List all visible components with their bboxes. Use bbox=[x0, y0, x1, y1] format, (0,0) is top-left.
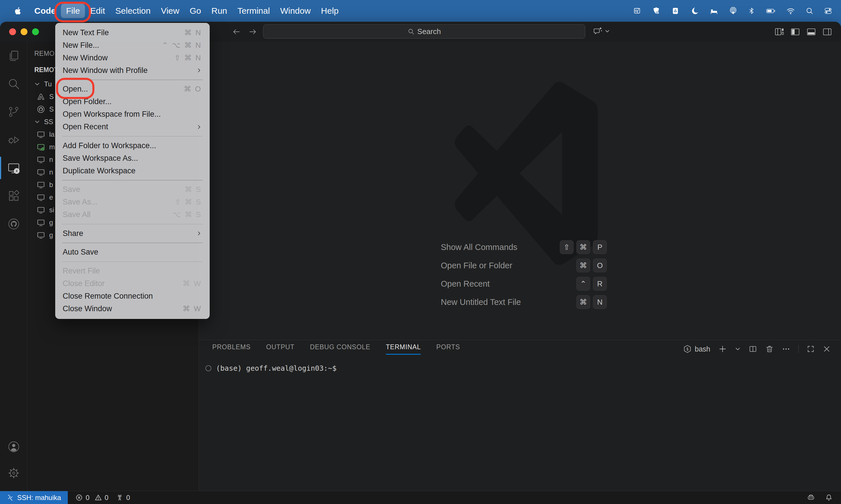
menubar-item-go[interactable]: Go bbox=[184, 4, 206, 18]
menu-item-add-folder-to-workspace[interactable]: Add Folder to Workspace... bbox=[55, 139, 210, 152]
sleep-icon[interactable] bbox=[710, 6, 719, 15]
panel-tabs: PROBLEMS OUTPUT DEBUG CONSOLE TERMINAL P… bbox=[212, 340, 460, 358]
customize-layout-icon[interactable] bbox=[774, 26, 784, 37]
tab-ports[interactable]: PORTS bbox=[436, 343, 460, 355]
menu-item-open-recent[interactable]: Open Recent bbox=[55, 121, 210, 133]
menu-item-new-window-with-profile[interactable]: New Window with Profile bbox=[55, 64, 210, 77]
menu-item-open-workspace-from-file[interactable]: Open Workspace from File... bbox=[55, 108, 210, 121]
menu-item-close-editor: Close Editor⌘ W bbox=[55, 277, 210, 290]
control-center-icon[interactable] bbox=[824, 6, 833, 15]
accounts-button[interactable] bbox=[0, 434, 27, 460]
menu-item-new-text-file[interactable]: New Text File⌘ N bbox=[55, 26, 210, 39]
submenu-arrow-icon bbox=[197, 68, 202, 73]
keycap: O bbox=[593, 258, 607, 272]
copilot-icon[interactable] bbox=[806, 493, 816, 502]
submenu-arrow-icon bbox=[197, 231, 202, 236]
menu-item-save: Save⌘ S bbox=[55, 183, 210, 196]
tree-label: b bbox=[49, 181, 53, 189]
navigate-back-button[interactable] bbox=[232, 27, 241, 36]
shield-check-icon[interactable] bbox=[651, 6, 661, 15]
airdrop-icon[interactable] bbox=[729, 6, 737, 15]
battery-icon[interactable] bbox=[766, 6, 776, 16]
menu-item-close-remote-connection[interactable]: Close Remote Connection bbox=[55, 290, 210, 302]
terminal-shell-selector[interactable]: bash bbox=[683, 344, 710, 354]
ports-status[interactable]: 0 bbox=[116, 494, 130, 502]
maximize-panel-icon[interactable] bbox=[807, 345, 815, 353]
menu-item-new-file[interactable]: New File...⌃ ⌥ ⌘ N bbox=[55, 39, 210, 52]
tree-label: S bbox=[49, 105, 54, 113]
apple-menu[interactable] bbox=[14, 6, 22, 15]
menubar-item-selection[interactable]: Selection bbox=[110, 4, 156, 18]
menu-item-save-workspace-as[interactable]: Save Workspace As... bbox=[55, 152, 210, 164]
terminal-content[interactable]: (base) geoff.weal@login03:~$ bbox=[205, 364, 336, 373]
navigate-forward-button[interactable] bbox=[248, 27, 257, 36]
menu-item-duplicate-workspace[interactable]: Duplicate Workspace bbox=[55, 164, 210, 177]
sidebar-item-explorer[interactable] bbox=[0, 42, 27, 70]
sidebar-item-remote-explorer[interactable] bbox=[0, 154, 27, 182]
spotlight-icon[interactable] bbox=[806, 7, 813, 15]
more-actions-icon[interactable] bbox=[782, 345, 790, 353]
keycap: ⌘ bbox=[576, 295, 590, 309]
menu-item-label: Save bbox=[62, 185, 80, 194]
menu-item-auto-save[interactable]: Auto Save bbox=[55, 246, 210, 258]
menu-item-label: New Window with Profile bbox=[62, 66, 148, 75]
menu-shortcut: ⌘ W bbox=[182, 279, 202, 288]
vm-icon bbox=[37, 130, 45, 139]
shortcut-row: Open Recent ⌃R bbox=[441, 276, 607, 291]
zoom-window-button[interactable] bbox=[32, 28, 39, 35]
tab-problems[interactable]: PROBLEMS bbox=[212, 343, 251, 355]
swirl-app-icon[interactable] bbox=[690, 6, 699, 15]
close-window-button[interactable] bbox=[9, 28, 16, 35]
menu-shortcut: ⇧ ⌘ S bbox=[175, 198, 202, 206]
menu-shortcut: ⌘ S bbox=[184, 185, 202, 194]
settings-button[interactable] bbox=[0, 460, 27, 486]
split-terminal-icon[interactable] bbox=[749, 345, 757, 353]
new-terminal-icon[interactable] bbox=[718, 345, 727, 353]
toggle-panel-icon[interactable] bbox=[806, 26, 817, 37]
menubar-item-terminal[interactable]: Terminal bbox=[232, 4, 275, 18]
azure-icon bbox=[37, 92, 45, 101]
annotation-file-menubar bbox=[54, 2, 91, 22]
menu-item-share[interactable]: Share bbox=[55, 227, 210, 240]
vm-icon bbox=[37, 193, 45, 202]
tab-debug-console[interactable]: DEBUG CONSOLE bbox=[310, 343, 371, 355]
toggle-secondary-sidebar-icon[interactable] bbox=[822, 26, 833, 37]
tree-label: n bbox=[49, 156, 53, 164]
menu-item-label: Save As... bbox=[62, 198, 97, 206]
minimize-window-button[interactable] bbox=[21, 28, 28, 35]
menubar-item-window[interactable]: Window bbox=[275, 4, 316, 18]
problems-status[interactable]: 0 0 bbox=[75, 494, 108, 502]
tab-terminal[interactable]: TERMINAL bbox=[386, 343, 421, 355]
chevron-down-icon[interactable] bbox=[735, 346, 740, 352]
menu-item-label: New Window bbox=[62, 53, 108, 62]
close-panel-icon[interactable] bbox=[823, 345, 831, 353]
bell-icon[interactable] bbox=[825, 493, 833, 502]
kill-terminal-icon[interactable] bbox=[765, 345, 774, 353]
copilot-chat-button[interactable] bbox=[593, 26, 610, 36]
menu-item-new-window[interactable]: New Window⇧ ⌘ N bbox=[55, 52, 210, 64]
shortcut-label: Show All Commands bbox=[441, 242, 517, 252]
remote-indicator[interactable]: SSH: mahuika bbox=[0, 491, 68, 504]
tab-output[interactable]: OUTPUT bbox=[266, 343, 294, 355]
shortcut-label: New Untitled Text File bbox=[441, 298, 521, 307]
menubar-item-view[interactable]: View bbox=[156, 4, 184, 18]
menubar-item-help[interactable]: Help bbox=[316, 4, 344, 18]
sidebar-item-run-debug[interactable] bbox=[0, 126, 27, 154]
vm-icon bbox=[37, 218, 45, 227]
bash-icon bbox=[683, 344, 692, 354]
sidebar-item-search[interactable] bbox=[0, 70, 27, 98]
bluetooth-icon[interactable] bbox=[748, 7, 755, 15]
launcher-icon[interactable] bbox=[671, 6, 680, 15]
sidebar-item-github[interactable] bbox=[0, 210, 27, 238]
command-center-search[interactable]: Search bbox=[263, 24, 585, 39]
toggle-primary-sidebar-icon[interactable] bbox=[790, 26, 800, 37]
menubar-item-run[interactable]: Run bbox=[206, 4, 232, 18]
sidebar-item-source-control[interactable] bbox=[0, 98, 27, 126]
sidebar-item-extensions[interactable] bbox=[0, 182, 27, 210]
wifi-icon[interactable] bbox=[786, 6, 795, 15]
menu-item-close-window[interactable]: Close Window⌘ W bbox=[55, 302, 210, 315]
tree-label: S bbox=[49, 93, 54, 101]
github-icon bbox=[37, 105, 45, 113]
vscode-logo-watermark bbox=[455, 82, 598, 265]
screen-mirroring-icon[interactable] bbox=[633, 6, 641, 15]
